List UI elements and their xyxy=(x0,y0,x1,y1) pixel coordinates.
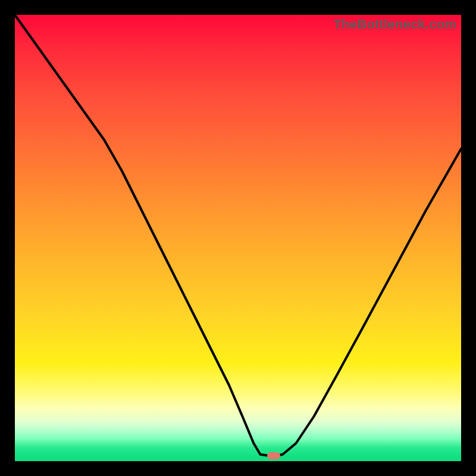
plot-area: TheBottleneck.com xyxy=(15,15,461,461)
curve-path xyxy=(15,15,461,456)
bottleneck-curve xyxy=(15,15,461,461)
chart-frame: TheBottleneck.com xyxy=(0,0,476,476)
minimum-marker xyxy=(267,452,280,459)
